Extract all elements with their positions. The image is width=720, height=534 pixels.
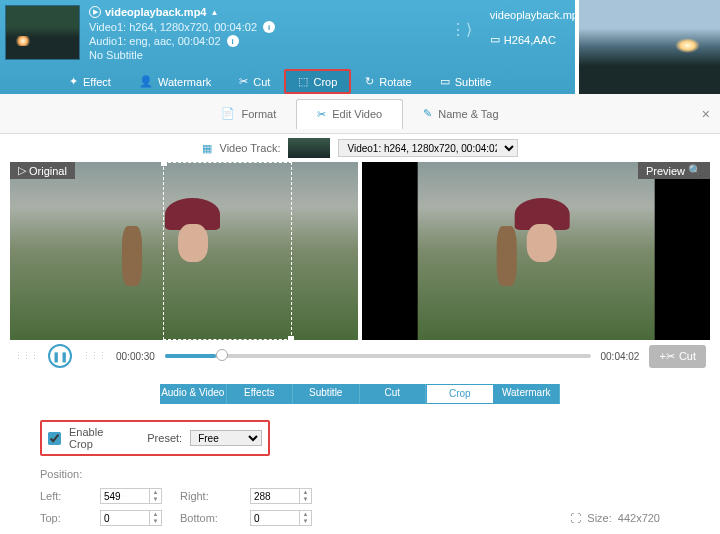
video-track-row: ▦ Video Track: Video1: h264, 1280x720, 0… [0, 134, 720, 162]
bottom-spinner[interactable]: ▲▼ [300, 510, 312, 526]
current-time: 00:00:30 [116, 351, 155, 362]
effect-icon: ✦ [69, 75, 78, 88]
watermark-icon: 👤 [139, 75, 153, 88]
left-label: Left: [40, 490, 90, 502]
audio-info-icon[interactable]: i [227, 35, 239, 47]
video-info-text: Video1: h264, 1280x720, 00:04:02 [89, 21, 257, 33]
edit-icon: ✂ [317, 108, 326, 121]
tab-watermark[interactable]: 👤Watermark [125, 69, 225, 94]
original-badge: ▷Original [10, 162, 75, 179]
play-icon[interactable]: ▶ [89, 6, 101, 18]
top-spinner[interactable]: ▲▼ [150, 510, 162, 526]
expand-icon[interactable]: ▲ [211, 8, 219, 17]
app-header: × ▶ videoplayback.mp4 ▲ Video1: h264, 12… [0, 0, 720, 94]
magnify-icon[interactable]: 🔍 [688, 164, 702, 177]
track-label: Video Track: [220, 142, 281, 154]
enable-crop-label: Enable Crop [69, 426, 127, 450]
size-value: 442x720 [618, 512, 660, 524]
edit-tool-tabs: ✦Effect 👤Watermark ✂Cut ⬚Crop ↻Rotate ▭S… [55, 69, 505, 94]
settings-tabs: Audio & Video Effects Subtitle Cut Crop … [160, 384, 560, 404]
sub-header-tabs: 📄Format ✂Edit Video ✎Name & Tag × [0, 94, 720, 134]
tab-crop[interactable]: ⬚Crop [284, 69, 351, 94]
total-time: 00:04:02 [601, 351, 640, 362]
subtab-name-tag[interactable]: ✎Name & Tag [403, 99, 518, 128]
tab-rotate[interactable]: ↻Rotate [351, 69, 425, 94]
btab-audio-video[interactable]: Audio & Video [160, 384, 227, 404]
output-codec: H264,AAC [504, 34, 556, 46]
right-label: Right: [180, 490, 240, 502]
subtitle-icon: ▭ [440, 75, 450, 88]
source-thumbnail[interactable] [5, 5, 80, 60]
timeline-row: ⋮⋮⋮ ❚❚ ⋮⋮⋮ 00:00:30 00:04:02 +✂Cut [0, 340, 720, 372]
tag-icon: ✎ [423, 107, 432, 120]
tab-subtitle[interactable]: ▭Subtitle [426, 69, 506, 94]
bottom-input[interactable] [250, 510, 300, 526]
subtitle-info-text: No Subtitle [89, 49, 143, 61]
codec-icon: ▭ [490, 33, 500, 46]
video-track-select[interactable]: Video1: h264, 1280x720, 00:04:02 [338, 139, 518, 157]
scissors-icon: +✂ [659, 350, 674, 363]
top-input[interactable] [100, 510, 150, 526]
top-label: Top: [40, 512, 90, 524]
left-spinner[interactable]: ▲▼ [150, 488, 162, 504]
btab-crop[interactable]: Crop [426, 384, 494, 404]
preview-area: ▷Original Preview🔍 [0, 162, 720, 340]
right-input[interactable] [250, 488, 300, 504]
grip-right: ⋮⋮⋮ [82, 351, 106, 361]
subtab-edit-video[interactable]: ✂Edit Video [296, 99, 403, 129]
btab-subtitle[interactable]: Subtitle [293, 384, 360, 404]
cut-icon: ✂ [239, 75, 248, 88]
cut-button[interactable]: +✂Cut [649, 345, 706, 368]
rotate-icon: ↻ [365, 75, 374, 88]
tab-effect[interactable]: ✦Effect [55, 69, 125, 94]
btab-cut[interactable]: Cut [360, 384, 427, 404]
size-label: Size: [587, 512, 611, 524]
crop-settings-panel: Enable Crop Preset: Free Position: Left:… [28, 412, 692, 534]
position-label: Position: [40, 468, 680, 480]
video-info-icon[interactable]: i [263, 21, 275, 33]
preset-label: Preset: [147, 432, 182, 444]
crop-icon: ⬚ [298, 75, 308, 88]
enable-crop-row: Enable Crop Preset: Free [40, 420, 270, 456]
btab-effects[interactable]: Effects [227, 384, 294, 404]
panel-close-icon[interactable]: × [702, 106, 710, 122]
right-spinner[interactable]: ▲▼ [300, 488, 312, 504]
bottom-label: Bottom: [180, 512, 240, 524]
preset-select[interactable]: Free [190, 430, 262, 446]
subtab-format[interactable]: 📄Format [201, 99, 296, 128]
tab-cut[interactable]: ✂Cut [225, 69, 284, 94]
seek-slider[interactable] [165, 354, 591, 358]
format-icon: 📄 [221, 107, 235, 120]
track-icon: ▦ [202, 142, 212, 155]
audio-info-text: Audio1: eng, aac, 00:04:02 [89, 35, 221, 47]
preview-badge: Preview🔍 [638, 162, 710, 179]
enable-crop-checkbox[interactable] [48, 432, 61, 445]
left-input[interactable] [100, 488, 150, 504]
track-thumbnail [288, 138, 330, 158]
original-video-pane[interactable] [10, 162, 358, 340]
play-pause-button[interactable]: ❚❚ [48, 344, 72, 368]
source-filename: videoplayback.mp4 [105, 6, 207, 18]
output-thumbnail[interactable] [575, 0, 720, 94]
btab-watermark[interactable]: Watermark [494, 384, 561, 404]
size-icon: ⛶ [570, 512, 581, 524]
crop-rectangle[interactable] [163, 162, 292, 340]
preview-video-pane[interactable] [362, 162, 710, 340]
slider-thumb[interactable] [216, 349, 228, 361]
grip-left: ⋮⋮⋮ [14, 351, 38, 361]
